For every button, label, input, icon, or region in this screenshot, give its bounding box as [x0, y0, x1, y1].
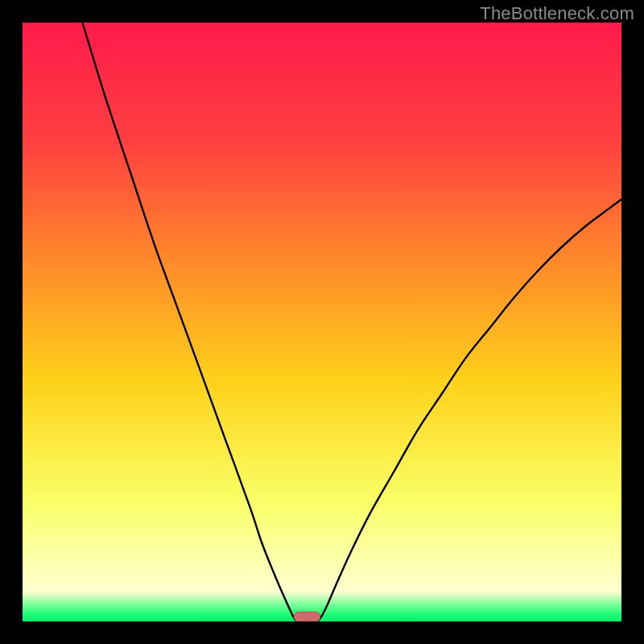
gradient-background: [23, 23, 621, 621]
optimal-marker: [294, 612, 320, 621]
watermark-text: TheBottleneck.com: [480, 3, 634, 24]
chart-frame: TheBottleneck.com: [0, 0, 644, 644]
bottleneck-chart: [23, 23, 621, 621]
